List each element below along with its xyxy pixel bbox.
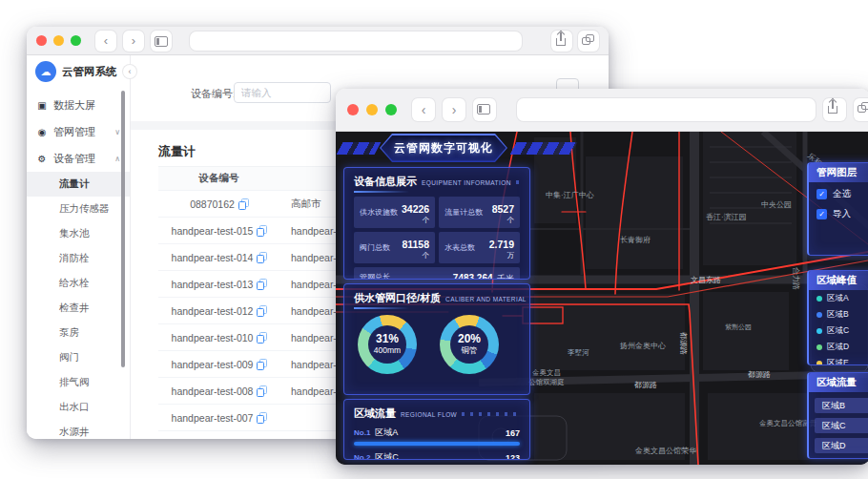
- flow-label: 区域C: [375, 451, 399, 460]
- map-label: 金奥文昌公馆荣华: [634, 447, 697, 455]
- device-id-label: 设备编号:: [191, 87, 236, 101]
- panel-title: 区域流量: [809, 373, 868, 392]
- sidebar-subitem-flowmeter[interactable]: 流量计: [27, 172, 130, 197]
- legend-label: 区域B: [827, 309, 849, 321]
- panel-subtitle: CALIBER AND MATERIAL: [445, 296, 527, 302]
- map-label: 中集·江广中心: [546, 191, 594, 199]
- stat-cell: 水表总数 2.719万: [439, 232, 520, 263]
- sidebar-item-device-mgmt[interactable]: ⚙ 设备管理 ∧: [27, 145, 130, 172]
- sidebar-subitem-valve[interactable]: 阀门: [27, 345, 130, 370]
- sidebar-subitem-airvalve[interactable]: 排气阀: [27, 370, 130, 395]
- sidebar-subitem-outlet[interactable]: 出水口: [27, 395, 130, 420]
- table-title: 流量计: [158, 143, 196, 160]
- sidebar-subitem-pressure[interactable]: 压力传感器: [27, 197, 130, 221]
- copy-icon[interactable]: [257, 359, 266, 369]
- flow-rank: No.2: [354, 453, 370, 460]
- legend-dot: [816, 312, 822, 318]
- legend-dot: [816, 296, 822, 302]
- title-underline: [354, 307, 409, 309]
- title-underline: [354, 191, 409, 193]
- region-row[interactable]: 区域E: [815, 458, 868, 459]
- sidebar-item-label: 数据大屏: [53, 98, 95, 113]
- dashboard: 乐和路 中集·江广中心 香江·滨江园 长青御府 中央公园 文昌东路 紫荆公园 李…: [336, 132, 868, 465]
- flow-row: No.1 区域A 167: [354, 427, 520, 439]
- stat-value: 81158: [402, 239, 429, 250]
- flow-label: 区域A: [375, 427, 398, 439]
- tabs-icon[interactable]: [578, 31, 599, 52]
- donut-chart-caliber: 31% 400mm: [358, 315, 417, 374]
- map-label: 合力路: [792, 267, 800, 290]
- sidebar-subitem-wellspring[interactable]: 水源井: [27, 420, 130, 439]
- cell-id: handpear-test-015: [172, 225, 254, 237]
- sidebar-toggle-icon[interactable]: [151, 31, 172, 52]
- copy-icon[interactable]: [257, 385, 266, 396]
- sidebar-item-data-screen[interactable]: ▣ 数据大屏: [27, 92, 130, 118]
- cell-id: handpear-test-010: [172, 332, 254, 344]
- stat-label: 管网总长: [360, 273, 402, 280]
- checkbox-checked-icon[interactable]: ✓: [816, 209, 827, 219]
- region-row[interactable]: 区域C: [815, 418, 868, 433]
- sidebar-scrollbar[interactable]: [121, 91, 125, 367]
- stat-label: 流量计总数: [444, 208, 486, 217]
- panel-title: 区域峰值: [809, 271, 868, 290]
- share-icon[interactable]: [551, 31, 572, 52]
- forward-icon[interactable]: ›: [443, 98, 465, 121]
- stat-cell: 供水设施数 34226个: [354, 197, 435, 228]
- map-label: 文昌东路: [691, 276, 721, 284]
- donut-percent: 20%: [458, 333, 481, 346]
- close-button[interactable]: [347, 104, 359, 115]
- legend-dot: [816, 328, 822, 334]
- browser-chrome: ‹ ›: [27, 27, 609, 55]
- stats-grid: 供水设施数 34226个 流量计总数 8527个 阀门总数 81158个: [354, 197, 520, 280]
- panel-title: 区域流量: [354, 406, 396, 421]
- copy-icon[interactable]: [257, 225, 266, 236]
- panel-equipment-info: 设备信息展示 EQUIPMENT INFORMATION 供水设施数 34226…: [343, 167, 530, 280]
- stat-value: 2.719: [489, 239, 514, 250]
- checkbox-checked-icon[interactable]: ✓: [816, 189, 827, 199]
- map-label: 香江·滨江园: [706, 213, 747, 221]
- sidebar-subitem-water-supply[interactable]: 给水栓: [27, 271, 130, 296]
- close-button[interactable]: [36, 35, 47, 46]
- layer-option-import[interactable]: ✓ 导入: [809, 202, 868, 222]
- sidebar-subitem-manhole[interactable]: 检查井: [27, 296, 130, 321]
- legend-label: 区域E: [827, 358, 849, 366]
- maximize-button[interactable]: [71, 35, 81, 46]
- region-row[interactable]: 区域B: [815, 398, 868, 413]
- forward-icon[interactable]: ›: [123, 31, 144, 52]
- minimize-button[interactable]: [53, 35, 64, 46]
- layer-option-all[interactable]: ✓ 全选: [809, 182, 868, 202]
- sidebar-subitem-sump[interactable]: 集水池: [27, 221, 130, 246]
- sidebar-collapse-icon[interactable]: ‹: [123, 65, 136, 78]
- panel-pipe-layers: 管网图层 ✓ 全选 ✓ 导入: [807, 162, 868, 256]
- col-header-id: 设备编号: [158, 172, 279, 185]
- copy-icon[interactable]: [257, 412, 266, 423]
- copy-icon[interactable]: [257, 252, 266, 262]
- chevron-down-icon: ∨: [114, 128, 120, 136]
- device-id-input[interactable]: [234, 82, 331, 103]
- copy-icon[interactable]: [257, 305, 266, 316]
- stat-label: 水表总数: [444, 243, 486, 252]
- back-icon[interactable]: ‹: [412, 98, 435, 121]
- tabs-icon[interactable]: [854, 98, 868, 121]
- region-row[interactable]: 区域D: [815, 438, 868, 453]
- sidebar-subitem-pump[interactable]: 泵房: [27, 321, 130, 345]
- copy-icon[interactable]: [257, 332, 266, 343]
- map-label: 都源路: [679, 331, 688, 355]
- legend-label: 区域A: [827, 293, 849, 304]
- share-icon[interactable]: [823, 98, 846, 121]
- copy-icon[interactable]: [238, 198, 248, 209]
- address-bar[interactable]: [190, 31, 522, 51]
- minimize-button[interactable]: [366, 104, 378, 115]
- header-deco-left: [337, 142, 382, 155]
- sidebar-toggle-icon[interactable]: [473, 98, 496, 121]
- sidebar-item-pipe-mgmt[interactable]: ◉ 管网管理 ∨: [27, 118, 130, 145]
- sidebar-subitem-hydrant[interactable]: 消防栓: [27, 246, 130, 271]
- flow-value: 167: [506, 428, 520, 438]
- back-icon[interactable]: ‹: [95, 31, 116, 52]
- maximize-button[interactable]: [385, 104, 397, 115]
- stat-cell: 管网总长 7483.264 千米: [354, 267, 520, 280]
- app-header: ☁ 云管网系统: [27, 55, 130, 88]
- donut-label: 400mm: [374, 346, 401, 356]
- copy-icon[interactable]: [257, 279, 266, 289]
- address-bar[interactable]: [517, 98, 816, 121]
